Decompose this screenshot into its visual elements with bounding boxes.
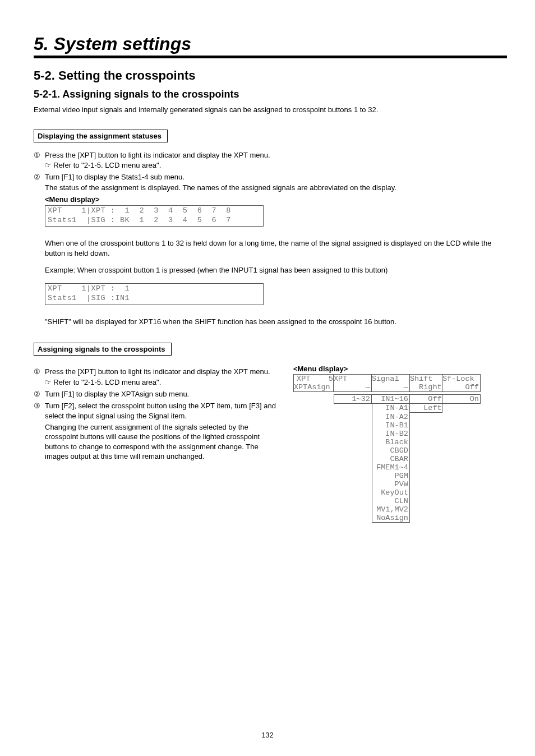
left-step-1: Press the [XPT] button to light its indi… (45, 367, 280, 377)
sec-5-2-title: 5-2. Setting the crosspoints (34, 68, 507, 83)
siglist-10: KeyOut (372, 488, 410, 497)
left-step-2: Turn [F1] to display the XPTAsign sub me… (45, 389, 280, 399)
box-display-status: Displaying the assignment statuses (34, 130, 168, 142)
mono-b2: Stats1 |SIG :IN1 (48, 294, 261, 303)
refer-1: Refer to "2-1-5. LCD menu area". (53, 161, 161, 169)
body-c1: 1~32 (334, 394, 372, 404)
mono-a1: XPT 1|XPT : 1 2 3 4 5 6 7 8 (48, 206, 261, 216)
siglist-7: FMEM1~4 (372, 463, 410, 472)
step-1-text: Press the [XPT] button to light its indi… (45, 150, 507, 160)
hdr2-c2: — (372, 383, 410, 392)
body-c4: On (442, 394, 481, 404)
chapter-title: 5. System settings (34, 34, 507, 58)
refer-icon-2: ☞ (45, 378, 53, 386)
shift-extra: Left (410, 404, 442, 413)
hdr-c3: Shift (410, 374, 442, 383)
siglist-4: Black (372, 438, 410, 446)
menu-table: XPT 5 XPT Signal Shift Sf-Lock XPTAsign … (293, 374, 507, 523)
hold-note: When one of the crosspoint buttons 1 to … (45, 238, 507, 258)
hdr-c2: Signal (372, 374, 410, 383)
menu-box-2: XPT 1|XPT : 1 Stats1 |SIG :IN1 (45, 283, 264, 305)
left-step-num-2: ② (34, 389, 45, 399)
siglist-8: PGM (372, 472, 410, 480)
mono-a2: Stats1 |SIG : BK 1 2 3 4 5 6 7 (48, 216, 261, 225)
step-num-1: ① (34, 150, 45, 160)
example-note: Example: When crosspoint button 1 is pre… (45, 265, 507, 275)
hdr2-c3: Right (410, 383, 442, 392)
hdr2-c1: — (334, 383, 372, 392)
hdr-c1: XPT (334, 374, 372, 383)
box-assign-signals: Assigning signals to the crosspoints (34, 343, 172, 356)
shift-note: "SHIFT" will be displayed for XPT16 when… (45, 317, 507, 327)
siglist-3: IN-B2 (372, 430, 410, 438)
menu-box-1: XPT 1|XPT : 1 2 3 4 5 6 7 8 Stats1 |SIG … (45, 205, 264, 227)
body-c2: IN1~16 (372, 394, 410, 404)
body-c3: Off (410, 394, 442, 404)
left-step-num-3: ③ (34, 401, 45, 421)
hdr-c0: XPT 5 (293, 374, 334, 383)
sub-5-2-1-title: 5-2-1. Assigning signals to the crosspoi… (34, 89, 507, 100)
left-step-num-1: ① (34, 367, 45, 377)
menu-display-head-2: <Menu display> (293, 365, 507, 373)
siglist-11: CLN (372, 497, 410, 505)
siglist-12: MV1,MV2 (372, 505, 410, 514)
refer-icon: ☞ (45, 161, 53, 169)
hdr-c4: Sf-Lock (442, 374, 481, 383)
hdr2-c4: Off (442, 383, 481, 392)
menu-display-head-1: <Menu display> (45, 195, 507, 204)
siglist-1: IN-A2 (372, 413, 410, 421)
siglist-6: CBAR (372, 455, 410, 463)
siglist-5: CBGD (372, 446, 410, 455)
step-num-2: ② (34, 172, 45, 182)
step-2-body: The status of the assignment is displaye… (45, 183, 507, 192)
step-2-text: Turn [F1] to display the Stats1-4 sub me… (45, 172, 507, 182)
left-step-3b: Changing the current assignment of the s… (45, 422, 280, 462)
left-refer: Refer to "2-1-5. LCD menu area". (53, 378, 161, 386)
mono-b1: XPT 1|XPT : 1 (48, 284, 261, 294)
hdr2-c0: XPTAsign (293, 383, 334, 392)
siglist-2: IN-B1 (372, 421, 410, 430)
siglist-13: NoAsign (372, 514, 410, 523)
left-step-3: Turn [F2], select the crosspoint button … (45, 401, 280, 421)
siglist-9: PVW (372, 480, 410, 488)
siglist-0: IN-A1 (372, 404, 410, 413)
intro-text: External video input signals and interna… (34, 105, 507, 115)
page-number: 132 (0, 731, 535, 739)
